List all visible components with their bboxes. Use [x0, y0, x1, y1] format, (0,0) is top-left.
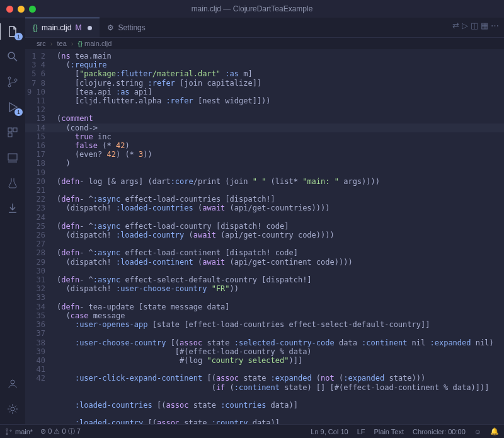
branch-name: main* — [15, 428, 33, 435]
more-icon[interactable]: ⋯ — [491, 21, 499, 30]
activity-bar: 1 1 — [0, 18, 25, 424]
pull-icon[interactable] — [6, 202, 19, 214]
editor-toolbar: ⇄ ▷ ◫ ▦ ⋯ — [452, 21, 499, 30]
chronicler-status[interactable]: Chronicler: 00:00 — [413, 428, 466, 435]
svg-rect-7 — [8, 133, 12, 137]
split-icon[interactable]: ◫ — [471, 21, 478, 30]
bell-icon[interactable]: 🔔 — [490, 427, 499, 435]
code-editor[interactable]: 1 2 3 4 5 6 7 8 9 10 11 12 13 14 15 16 1… — [25, 49, 504, 424]
clojure-file-icon: {} — [78, 40, 83, 47]
branch-indicator[interactable]: main* — [5, 428, 33, 435]
search-icon[interactable] — [6, 50, 19, 63]
tab-dirty-indicator — [88, 26, 92, 30]
tab-label: Settings — [118, 23, 145, 32]
crumb[interactable]: tea — [57, 40, 66, 47]
svg-point-11 — [11, 407, 14, 411]
tab-modified-badge: M — [75, 23, 81, 32]
problems-indicator[interactable]: ⊘ 0 ⚠ 0 ⓘ 7 — [40, 427, 81, 436]
status-bar: main* ⊘ 0 ⚠ 0 ⓘ 7 Ln 9, Col 10 LF Plain … — [0, 424, 504, 438]
svg-rect-8 — [8, 154, 17, 160]
extensions-icon[interactable] — [6, 126, 19, 139]
svg-rect-5 — [8, 128, 12, 132]
tab-main-cljd[interactable]: {} main.cljd M — [25, 18, 100, 37]
play-icon[interactable]: ▷ — [462, 21, 468, 30]
files-badge: 1 — [14, 33, 23, 40]
eol-indicator[interactable]: LF — [357, 428, 365, 435]
titlebar: main.cljd — ClojureDartTeaExample — [0, 0, 504, 18]
svg-point-13 — [6, 433, 8, 434]
breadcrumb[interactable]: src › tea › {} main.cljd — [25, 38, 504, 49]
chevron-right-icon: › — [50, 40, 53, 47]
chevron-right-icon: › — [71, 40, 74, 47]
code-content[interactable]: (ns tea.main (:require ["package:flutter… — [52, 49, 504, 424]
svg-rect-6 — [13, 128, 17, 132]
settings-icon: ⚙ — [107, 23, 114, 32]
window-title: main.cljd — ClojureDartTeaExample — [192, 4, 313, 13]
remote-icon[interactable] — [6, 151, 19, 164]
run-badge: 1 — [14, 108, 23, 116]
svg-point-14 — [10, 430, 11, 431]
window-controls — [0, 6, 36, 13]
line-numbers: 1 2 3 4 5 6 7 8 9 10 11 12 13 14 15 16 1… — [25, 49, 52, 424]
svg-point-0 — [8, 52, 14, 59]
svg-point-4 — [14, 79, 17, 81]
svg-line-1 — [14, 58, 17, 61]
close-window-button[interactable] — [6, 6, 13, 13]
account-icon[interactable] — [6, 377, 19, 390]
svg-point-12 — [6, 429, 8, 430]
files-icon[interactable]: 1 — [6, 25, 19, 38]
compare-icon[interactable]: ⇄ — [452, 21, 459, 30]
beaker-icon[interactable] — [6, 176, 19, 189]
grid-icon[interactable]: ▦ — [481, 21, 488, 30]
run-icon[interactable]: 1 — [6, 101, 19, 113]
zoom-window-button[interactable] — [29, 6, 36, 13]
editor-tabs: {} main.cljd M ⚙ Settings — [25, 18, 504, 38]
feedback-icon[interactable]: ☺ — [474, 428, 481, 435]
svg-point-3 — [8, 84, 11, 87]
clojure-file-icon: {} — [33, 23, 38, 32]
minimize-window-button[interactable] — [18, 6, 25, 13]
branch-icon[interactable] — [6, 76, 19, 88]
tab-label: main.cljd — [42, 23, 71, 32]
tab-settings[interactable]: ⚙ Settings — [100, 18, 152, 37]
cursor-position[interactable]: Ln 9, Col 10 — [311, 428, 348, 435]
svg-point-2 — [8, 77, 11, 79]
svg-point-10 — [11, 380, 14, 384]
language-mode[interactable]: Plain Text — [374, 428, 404, 435]
crumb[interactable]: main.cljd — [84, 40, 112, 47]
gear-icon[interactable] — [6, 403, 19, 415]
crumb[interactable]: src — [37, 40, 46, 47]
